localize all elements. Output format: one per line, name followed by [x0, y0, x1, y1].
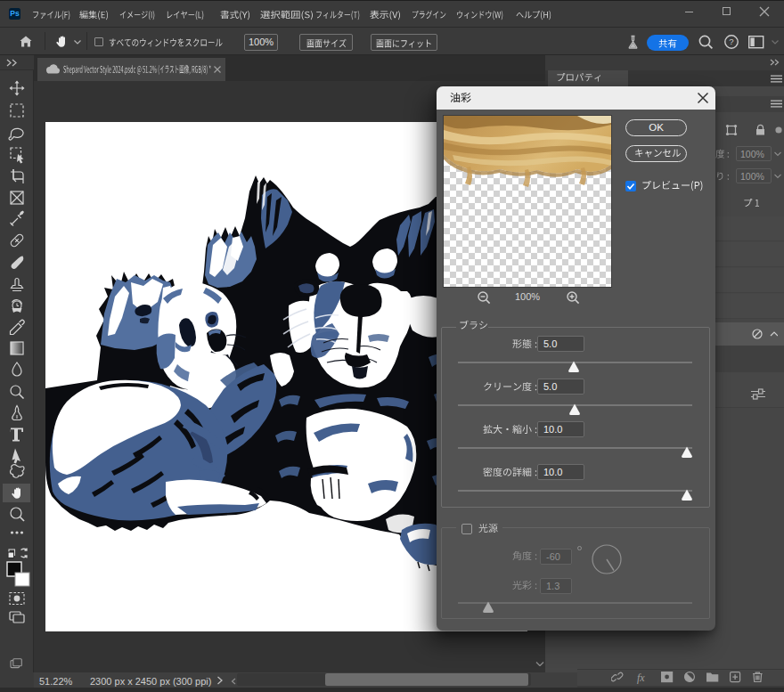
svg-text:fx: fx	[637, 672, 645, 684]
svg-text:?: ?	[729, 37, 733, 46]
